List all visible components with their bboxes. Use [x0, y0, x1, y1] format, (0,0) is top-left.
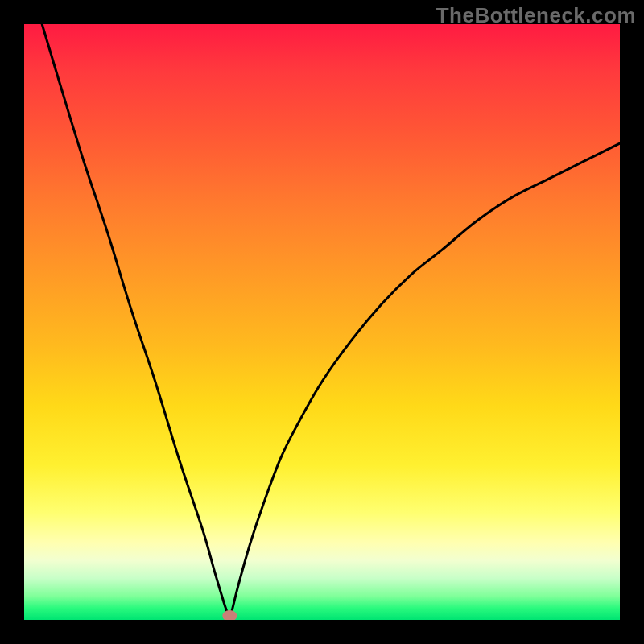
curve-svg: [24, 24, 620, 620]
bottleneck-curve: [42, 24, 620, 620]
min-point-marker: [222, 610, 237, 620]
plot-area: [24, 24, 620, 620]
chart-frame: TheBottleneck.com: [0, 0, 644, 644]
